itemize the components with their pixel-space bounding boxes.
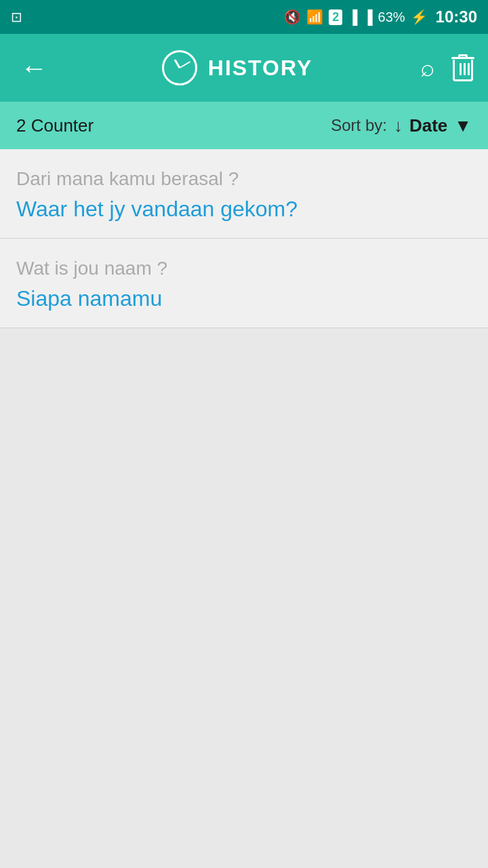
list-item[interactable]: Dari mana kamu berasal ? Waar het jy van… bbox=[0, 149, 488, 239]
counter-text: 2 Counter bbox=[16, 115, 94, 136]
list-item-original-2: Wat is jou naam ? bbox=[16, 258, 472, 279]
search-icon[interactable]: ⌕ bbox=[420, 54, 435, 82]
signal2-icon: ▐ bbox=[363, 9, 372, 25]
clock-icon bbox=[162, 50, 197, 85]
status-bar-left: ⊡ bbox=[11, 9, 22, 25]
trash-line-3 bbox=[468, 63, 470, 75]
screenshot-icon: ⊡ bbox=[11, 9, 22, 25]
trash-body bbox=[453, 60, 473, 81]
clock-hand-minute bbox=[179, 61, 190, 68]
delete-button[interactable] bbox=[451, 54, 474, 81]
sort-bar: 2 Counter Sort by: ↓ Date ▼ bbox=[0, 102, 488, 149]
list-item-translation-1: Waar het jy vandaan gekom? bbox=[16, 197, 472, 222]
page-title: HISTORY bbox=[208, 56, 312, 81]
back-button[interactable]: ← bbox=[14, 46, 54, 90]
app-bar-actions: ⌕ bbox=[420, 54, 474, 82]
battery-icon: ⚡ bbox=[411, 9, 428, 25]
list-item[interactable]: Wat is jou naam ? Siapa namamu bbox=[0, 239, 488, 328]
mute-icon: 🔇 bbox=[284, 9, 301, 25]
trash-line-1 bbox=[460, 63, 462, 75]
sort-direction-icon[interactable]: ↓ bbox=[394, 115, 403, 136]
trash-line-2 bbox=[464, 63, 466, 75]
list-item-translation-2: Siapa namamu bbox=[16, 286, 472, 311]
sort-dropdown-icon[interactable]: ▼ bbox=[454, 115, 472, 136]
status-bar-right: 🔇 📶 2 ▐ ▐ 63% ⚡ 10:30 bbox=[284, 7, 477, 26]
sort-value: Date bbox=[409, 115, 447, 136]
app-bar-title-area: HISTORY bbox=[54, 50, 420, 85]
wifi-icon: 📶 bbox=[306, 9, 323, 25]
signal-icon: ▐ bbox=[348, 9, 357, 25]
status-time: 10:30 bbox=[436, 7, 477, 26]
app-bar: ← HISTORY ⌕ bbox=[0, 34, 488, 102]
list-item-original-1: Dari mana kamu berasal ? bbox=[16, 168, 472, 190]
battery-percent: 63% bbox=[378, 9, 405, 25]
trash-lid bbox=[451, 57, 474, 59]
sort-controls[interactable]: Sort by: ↓ Date ▼ bbox=[331, 115, 472, 136]
sort-label: Sort by: bbox=[331, 116, 387, 135]
history-list: Dari mana kamu berasal ? Waar het jy van… bbox=[0, 149, 488, 328]
sim-icon: 2 bbox=[329, 9, 342, 25]
status-bar: ⊡ 🔇 📶 2 ▐ ▐ 63% ⚡ 10:30 bbox=[0, 0, 488, 34]
